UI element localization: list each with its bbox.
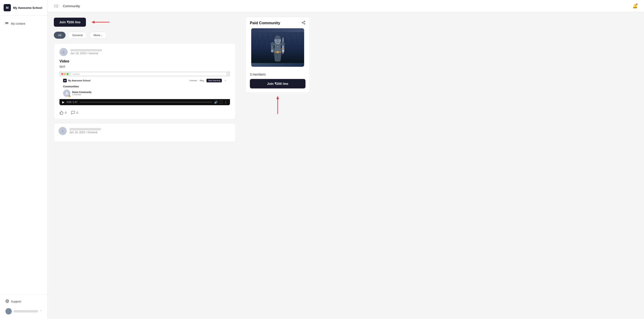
members-count: 3 members (250, 73, 306, 76)
site-logo-text: My Awesome School (68, 79, 90, 82)
video-browser-bar: localhost (60, 72, 230, 77)
fullscreen-icon[interactable]: ⛶ (220, 100, 222, 104)
video-controls-bar: ▶ 0:00 / 1:47 🔊 ⛶ (60, 99, 230, 105)
site-logo-area: M My Awesome School (63, 79, 90, 82)
svg-rect-55 (283, 38, 283, 41)
notification-dot (636, 4, 638, 5)
video-site-nav: M My Awesome School Courses Blog Start l… (63, 79, 226, 82)
like-count: 0 (65, 111, 66, 115)
sidebar-nav: My content (0, 16, 47, 294)
sidebar-toggle-button[interactable] (53, 3, 59, 9)
svg-point-59 (278, 41, 279, 41)
user-row[interactable]: ⌃ (3, 306, 44, 316)
community-cover-image (251, 28, 304, 67)
filter-tab-all[interactable]: All (54, 32, 66, 39)
notification-bell-button[interactable]: 🔔 (631, 3, 638, 10)
filter-tab-more[interactable]: More... (89, 32, 107, 39)
community-preview-item: 🔥 Demo Community 1 Member (63, 90, 92, 97)
play-button[interactable]: ▶ (62, 100, 64, 104)
svg-point-58 (276, 41, 278, 41)
svg-line-22 (303, 22, 304, 23)
post-date: Jan 19, 2025 • General (70, 52, 102, 55)
arrow-up-annotation (275, 96, 280, 114)
community-name-preview: Demo Community (72, 91, 92, 93)
like-button[interactable]: 0 (60, 111, 66, 115)
community-card-title: Paid Community (250, 21, 280, 25)
post-2-date: Jan 19, 2025 • General (70, 131, 101, 134)
community-preview-info: Demo Community 1 Member (72, 91, 92, 96)
site-link-courses: Courses (190, 79, 197, 82)
sidebar-header: M My Awesome School (0, 0, 47, 16)
browser-dot-max (67, 73, 68, 75)
post-2-meta: Jan 19, 2025 • General (58, 127, 231, 135)
sidebar-item-label: My content (11, 22, 25, 25)
community-cover-wrapper (246, 28, 310, 70)
svg-point-18 (304, 21, 305, 22)
content-icon (5, 21, 8, 26)
svg-point-17 (62, 130, 64, 131)
post-card: Jan 19, 2025 • General Video Isn't (54, 43, 236, 119)
svg-point-19 (302, 22, 303, 23)
address-bar: localhost (71, 72, 226, 76)
time-current: 0:00 (67, 101, 71, 103)
chevron-up-down-icon: ⌃ (40, 310, 42, 313)
time-total: 1:47 (73, 101, 77, 103)
post-channel: General (88, 52, 98, 55)
svg-rect-1 (5, 23, 8, 23)
svg-point-3 (6, 299, 9, 303)
svg-rect-53 (283, 39, 283, 54)
join-button-card[interactable]: Join ₹200 /mo (250, 79, 306, 89)
topbar-left: Community (53, 3, 80, 9)
svg-line-21 (303, 23, 304, 24)
communities-label: Communities (63, 85, 79, 88)
topbar: Community 🔔 (48, 0, 644, 12)
svg-rect-48 (276, 51, 279, 53)
avatar (6, 308, 12, 314)
post-meta: Jan 19, 2025 • General (60, 48, 230, 56)
share-icon[interactable] (302, 21, 306, 26)
flame-icon: 🔥 (68, 95, 71, 97)
svg-rect-9 (54, 5, 56, 8)
video-control-icons: 🔊 ⛶ ⋮ (214, 100, 227, 104)
filter-tabs: All General More... (54, 32, 236, 39)
main-area: Community 🔔 Join ₹200 /mo All (48, 0, 644, 319)
video-player: localhost M My Awesome School Courses (60, 72, 230, 105)
post-actions: 0 0 (60, 108, 230, 115)
svg-point-4 (6, 300, 8, 302)
video-time: 0:00 / 1:47 (67, 101, 77, 103)
site-cta-btn: Start learning (206, 79, 222, 82)
sidebar-bottom: Support ⌃ (0, 294, 47, 319)
sidebar-item-my-content[interactable]: My content (3, 19, 44, 28)
topbar-right: 🔔 (631, 3, 638, 10)
post-title: Video (60, 59, 230, 63)
svg-point-20 (304, 23, 305, 25)
volume-icon[interactable]: 🔊 (214, 100, 218, 104)
support-icon (6, 299, 9, 304)
svg-point-61 (280, 42, 285, 46)
svg-point-60 (271, 42, 275, 46)
post-date-value: Jan 19, 2025 (70, 52, 86, 55)
post-2-channel: General (88, 131, 97, 134)
join-button-row: Join ₹200 /mo (54, 18, 236, 27)
site-close-icon: ✕ (224, 79, 226, 82)
post-2-meta-text: Jan 19, 2025 • General (70, 128, 101, 134)
feed-area: Join ₹200 /mo All General More... (48, 12, 242, 319)
more-options-icon[interactable]: ⋮ (224, 100, 227, 104)
post-author-blur (70, 49, 102, 51)
video-progress-bar[interactable] (80, 102, 212, 103)
svg-rect-2 (5, 24, 8, 24)
page-title: Community (63, 4, 80, 8)
community-card-header: Paid Community (246, 17, 310, 28)
post-card-2: Jan 19, 2025 • General (54, 123, 236, 142)
support-item[interactable]: Support (3, 297, 44, 305)
page-content: Join ₹200 /mo All General More... (48, 12, 644, 319)
svg-marker-65 (276, 96, 279, 99)
post-2-avatar (58, 127, 67, 135)
comment-button[interactable]: 0 (71, 111, 78, 115)
right-sidebar: Paid Community (242, 12, 314, 319)
filter-tab-general[interactable]: General (68, 32, 87, 39)
app-logo: M (4, 4, 11, 11)
join-button-top[interactable]: Join ₹200 /mo (54, 18, 86, 27)
post-meta-text: Jan 19, 2025 • General (70, 49, 102, 55)
arrow-left-annotation (91, 20, 110, 25)
